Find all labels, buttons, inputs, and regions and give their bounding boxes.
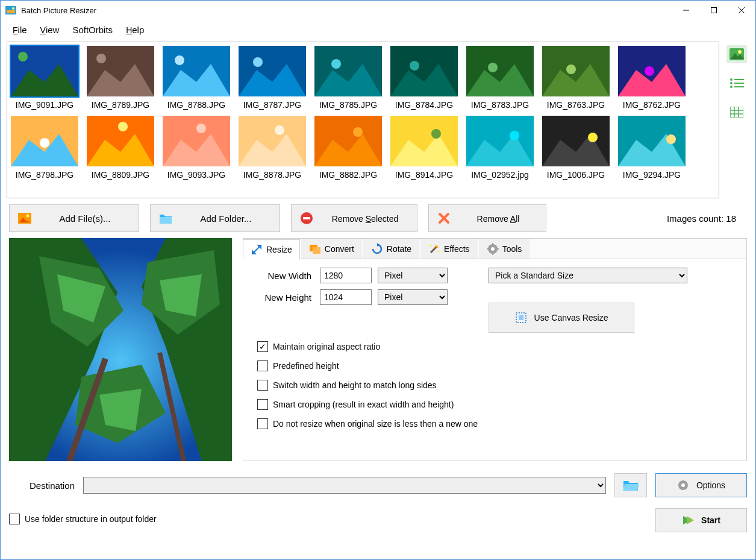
- svg-rect-109: [492, 253, 493, 255]
- thumbnail-image: [87, 46, 154, 96]
- thumbnail-image: [239, 116, 306, 166]
- thumbnail-label: IMG_8783.JPG: [471, 100, 530, 110]
- no-upscale-checkbox[interactable]: Do not resize when original size is less…: [257, 418, 736, 429]
- checkbox-icon: [257, 360, 268, 371]
- close-button[interactable]: [728, 1, 755, 20]
- thumbnail-item[interactable]: IMG_8763.JPG: [542, 46, 610, 110]
- view-thumbnails-button[interactable]: [726, 45, 747, 63]
- convert-icon: [309, 243, 321, 255]
- thumbnail-image: [11, 46, 78, 96]
- svg-point-15: [175, 55, 184, 65]
- svg-rect-67: [734, 83, 744, 84]
- height-unit-select[interactable]: Pixel: [378, 289, 448, 305]
- tab-resize[interactable]: Resize: [243, 239, 300, 259]
- minimize-button[interactable]: [672, 1, 700, 20]
- tabs: Resize Convert Rotate Effects Tools: [243, 239, 746, 259]
- switch-sides-checkbox[interactable]: Switch width and height to match long si…: [257, 380, 736, 391]
- destination-select[interactable]: [83, 477, 606, 494]
- svg-rect-100: [313, 247, 320, 254]
- thumbnail-label: IMG_8809.JPG: [92, 170, 150, 180]
- images-count: Images count: 18: [667, 213, 747, 224]
- svg-point-104: [430, 245, 432, 247]
- menu-softorbits[interactable]: SoftOrbits: [66, 23, 119, 37]
- predefined-height-checkbox[interactable]: Predefined height: [257, 360, 736, 371]
- thumbnail-item[interactable]: IMG_02952.jpg: [466, 116, 534, 180]
- tab-label: Effects: [444, 244, 470, 254]
- thumbnail-label: IMG_9091.JPG: [16, 100, 74, 110]
- button-label: Add Folder...: [181, 213, 271, 224]
- window-controls: [672, 1, 755, 20]
- svg-point-64: [730, 78, 733, 81]
- browse-folder-button[interactable]: [614, 473, 647, 497]
- thumbnail-item[interactable]: IMG_8798.JPG: [11, 116, 78, 180]
- thumbnail-item[interactable]: IMG_8878.JPG: [239, 116, 306, 180]
- resize-tab-body: New Width Pixel New Height Pixel Pick a …: [243, 259, 746, 461]
- button-label: Remove Selected: [322, 213, 408, 224]
- tab-effects[interactable]: Effects: [420, 239, 478, 259]
- thumbnail-item[interactable]: IMG_8914.JPG: [390, 116, 458, 180]
- canvas-icon: [515, 312, 527, 324]
- smart-cropping-checkbox[interactable]: Smart cropping (result in exact width an…: [257, 399, 736, 410]
- svg-point-45: [275, 125, 284, 135]
- checkbox-icon: [257, 341, 268, 352]
- width-unit-select[interactable]: Pixel: [378, 268, 448, 283]
- thumbnail-item[interactable]: IMG_8762.JPG: [618, 46, 686, 110]
- folder-structure-checkbox[interactable]: Use folder structure in output folder: [7, 505, 159, 524]
- remove-all-button[interactable]: Remove All: [428, 204, 546, 232]
- svg-point-39: [118, 122, 128, 131]
- thumbnail-item[interactable]: IMG_1006.JPG: [542, 116, 610, 180]
- thumbnail-item[interactable]: IMG_8809.JPG: [87, 116, 154, 180]
- menubar: File View SoftOrbits Help: [1, 20, 755, 37]
- options-button[interactable]: Options: [655, 473, 747, 497]
- new-width-input[interactable]: [320, 268, 372, 283]
- resize-icon: [251, 244, 263, 256]
- remove-selected-button[interactable]: Remove Selected: [291, 204, 417, 232]
- thumbnail-label: IMG_8788.JPG: [167, 100, 226, 110]
- thumbnail-item[interactable]: IMG_8787.JPG: [239, 46, 306, 110]
- svg-point-27: [488, 63, 498, 72]
- menu-help[interactable]: Help: [120, 23, 150, 37]
- thumbnail-item[interactable]: IMG_8789.JPG: [87, 46, 154, 110]
- thumbnail-image: [11, 116, 78, 166]
- new-height-input[interactable]: [320, 289, 372, 305]
- thumbnail-label: IMG_02952.jpg: [471, 170, 529, 180]
- thumbnail-image: [542, 116, 610, 166]
- tab-label: Resize: [266, 245, 292, 254]
- thumbnail-item[interactable]: IMG_8788.JPG: [163, 46, 230, 110]
- tab-convert[interactable]: Convert: [301, 239, 362, 259]
- tab-tools[interactable]: Tools: [479, 239, 530, 259]
- svg-line-102: [431, 247, 437, 253]
- add-folder-button[interactable]: Add Folder...: [150, 204, 280, 232]
- menu-file[interactable]: File: [7, 23, 33, 37]
- menu-view[interactable]: View: [34, 23, 66, 37]
- tab-label: Rotate: [387, 244, 411, 254]
- svg-point-115: [681, 483, 685, 487]
- thumbnail-item[interactable]: IMG_8882.JPG: [314, 116, 382, 180]
- maximize-button[interactable]: [700, 1, 728, 20]
- thumbnail-item[interactable]: IMG_9091.JPG: [11, 46, 78, 110]
- canvas-resize-button[interactable]: Use Canvas Resize: [489, 303, 634, 333]
- svg-point-105: [438, 251, 440, 253]
- thumbnail-item[interactable]: IMG_8784.JPG: [390, 46, 458, 110]
- svg-point-36: [40, 138, 49, 148]
- svg-rect-111: [496, 248, 499, 250]
- checkbox-icon: [257, 399, 268, 410]
- start-button[interactable]: Start: [655, 508, 747, 532]
- gear-icon: [677, 479, 689, 491]
- view-list-button[interactable]: [726, 74, 747, 92]
- thumbnail-item[interactable]: IMG_8785.JPG: [314, 46, 382, 110]
- thumbnail-image: [466, 46, 534, 96]
- svg-rect-4: [711, 8, 717, 13]
- svg-marker-92: [160, 274, 202, 316]
- thumbnail-item[interactable]: IMG_9294.JPG: [618, 116, 686, 180]
- svg-point-57: [588, 133, 598, 142]
- svg-point-24: [410, 61, 419, 71]
- tab-rotate[interactable]: Rotate: [363, 239, 419, 259]
- view-grid-button[interactable]: [726, 103, 747, 121]
- aspect-ratio-checkbox[interactable]: Maintain original aspect ratio: [257, 341, 736, 352]
- destination-label: Destination: [9, 480, 75, 491]
- standard-size-select[interactable]: Pick a Standard Size: [489, 268, 687, 283]
- thumbnail-item[interactable]: IMG_9093.JPG: [163, 116, 230, 180]
- add-files-button[interactable]: Add File(s)...: [9, 204, 139, 232]
- thumbnail-item[interactable]: IMG_8783.JPG: [466, 46, 534, 110]
